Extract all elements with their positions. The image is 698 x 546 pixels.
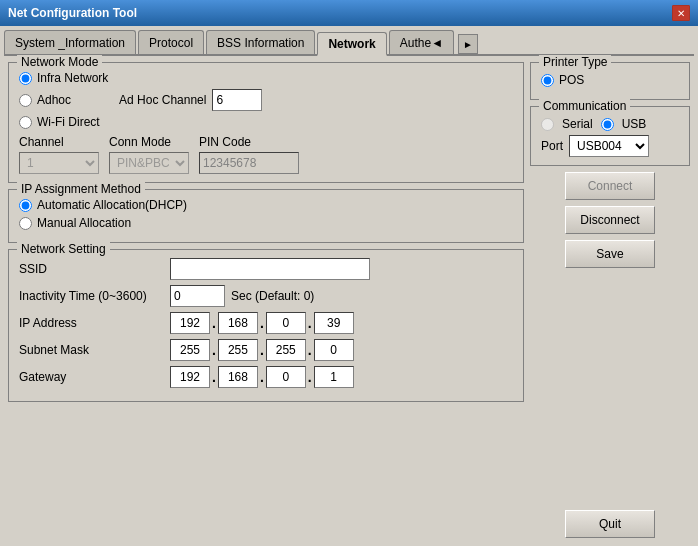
network-setting-title: Network Setting bbox=[17, 242, 110, 256]
serial-radio[interactable] bbox=[541, 118, 554, 131]
ip-octet-3[interactable] bbox=[266, 312, 306, 334]
wifi-direct-row: Wi-Fi Direct bbox=[19, 115, 513, 129]
title-bar-buttons: ✕ bbox=[672, 5, 690, 21]
auto-allocation-label: Automatic Allocation(DHCP) bbox=[37, 198, 187, 212]
ip-octet-4[interactable] bbox=[314, 312, 354, 334]
subnet-octet-3[interactable] bbox=[266, 339, 306, 361]
left-panel: Network Mode Infra Network Adhoc Ad Hoc … bbox=[8, 62, 524, 538]
subnet-mask-row: Subnet Mask . . . bbox=[19, 339, 513, 361]
adhoc-channel-input[interactable] bbox=[212, 89, 262, 111]
inactivity-label: Inactivity Time (0~3600) bbox=[19, 289, 164, 303]
gateway-row: Gateway . . . bbox=[19, 366, 513, 388]
adhoc-label: Adhoc bbox=[37, 93, 71, 107]
manual-allocation-row: Manual Allocation bbox=[19, 216, 513, 230]
ip-octet-2[interactable] bbox=[218, 312, 258, 334]
subnet-mask-fields: . . . bbox=[170, 339, 354, 361]
conn-mode-col: Conn Mode PIN&PBC bbox=[109, 135, 189, 174]
quit-btn-row: Quit bbox=[530, 510, 690, 538]
quit-button[interactable]: Quit bbox=[565, 510, 655, 538]
subnet-octet-4[interactable] bbox=[314, 339, 354, 361]
ip-dot-3: . bbox=[308, 315, 312, 331]
inactivity-input[interactable] bbox=[170, 285, 225, 307]
close-button[interactable]: ✕ bbox=[672, 5, 690, 21]
adhoc-channel-container: Ad Hoc Channel bbox=[119, 89, 262, 111]
gateway-octet-2[interactable] bbox=[218, 366, 258, 388]
port-select[interactable]: USB004 USB001 USB002 USB003 bbox=[569, 135, 649, 157]
pin-code-col: PIN Code bbox=[199, 135, 299, 174]
subnet-dot-1: . bbox=[212, 342, 216, 358]
disconnect-btn-row: Disconnect bbox=[530, 206, 690, 234]
pin-code-input[interactable] bbox=[199, 152, 299, 174]
connect-btn-row: Connect bbox=[530, 172, 690, 200]
infra-network-label: Infra Network bbox=[37, 71, 108, 85]
network-mode-group: Network Mode Infra Network Adhoc Ad Hoc … bbox=[8, 62, 524, 183]
ip-assignment-group: IP Assignment Method Automatic Allocatio… bbox=[8, 189, 524, 243]
right-panel: Printer Type POS Communication Serial US… bbox=[530, 62, 690, 538]
wifi-direct-radio[interactable] bbox=[19, 116, 32, 129]
ip-address-fields: . . . bbox=[170, 312, 354, 334]
port-label: Port bbox=[541, 139, 563, 153]
ip-octet-1[interactable] bbox=[170, 312, 210, 334]
ip-assignment-title: IP Assignment Method bbox=[17, 182, 145, 196]
main-window: System _Information Protocol BSS Informa… bbox=[0, 26, 698, 546]
manual-allocation-label: Manual Allocation bbox=[37, 216, 131, 230]
tab-bss-information[interactable]: BSS Information bbox=[206, 30, 315, 54]
channel-label: Channel bbox=[19, 135, 99, 149]
gateway-dot-1: . bbox=[212, 369, 216, 385]
tab-bar: System _Information Protocol BSS Informa… bbox=[4, 30, 694, 56]
disconnect-button[interactable]: Disconnect bbox=[565, 206, 655, 234]
ssid-label: SSID bbox=[19, 262, 164, 276]
gateway-dot-2: . bbox=[260, 369, 264, 385]
comm-radio-row: Serial USB bbox=[541, 117, 679, 131]
right-spacer bbox=[530, 274, 690, 504]
inactivity-suffix: Sec (Default: 0) bbox=[231, 289, 314, 303]
channel-select[interactable]: 1 bbox=[19, 152, 99, 174]
connect-button[interactable]: Connect bbox=[565, 172, 655, 200]
pos-radio[interactable] bbox=[541, 74, 554, 87]
serial-label: Serial bbox=[562, 117, 593, 131]
tab-authe[interactable]: Authe◄ bbox=[389, 30, 454, 54]
tab-nav-next-button[interactable]: ► bbox=[458, 34, 478, 54]
ssid-input[interactable] bbox=[170, 258, 370, 280]
manual-allocation-radio[interactable] bbox=[19, 217, 32, 230]
window-title: Net Configuration Tool bbox=[8, 6, 137, 20]
subnet-octet-1[interactable] bbox=[170, 339, 210, 361]
channel-col: Channel 1 bbox=[19, 135, 99, 174]
gateway-octet-1[interactable] bbox=[170, 366, 210, 388]
port-row: Port USB004 USB001 USB002 USB003 bbox=[541, 135, 679, 157]
ip-dot-1: . bbox=[212, 315, 216, 331]
usb-radio[interactable] bbox=[601, 118, 614, 131]
ip-dot-2: . bbox=[260, 315, 264, 331]
pos-label: POS bbox=[559, 73, 584, 87]
communication-title: Communication bbox=[539, 99, 630, 113]
infra-network-radio[interactable] bbox=[19, 72, 32, 85]
subnet-mask-label: Subnet Mask bbox=[19, 343, 164, 357]
auto-allocation-radio[interactable] bbox=[19, 199, 32, 212]
inactivity-row: Inactivity Time (0~3600) Sec (Default: 0… bbox=[19, 285, 513, 307]
infra-network-row: Infra Network bbox=[19, 71, 513, 85]
subnet-octet-2[interactable] bbox=[218, 339, 258, 361]
gateway-octet-4[interactable] bbox=[314, 366, 354, 388]
gateway-octet-3[interactable] bbox=[266, 366, 306, 388]
tab-protocol[interactable]: Protocol bbox=[138, 30, 204, 54]
conn-mode-select[interactable]: PIN&PBC bbox=[109, 152, 189, 174]
adhoc-channel-label: Ad Hoc Channel bbox=[119, 93, 206, 107]
save-button[interactable]: Save bbox=[565, 240, 655, 268]
printer-type-title: Printer Type bbox=[539, 55, 611, 69]
gateway-dot-3: . bbox=[308, 369, 312, 385]
usb-label: USB bbox=[622, 117, 647, 131]
adhoc-radio[interactable] bbox=[19, 94, 32, 107]
network-setting-group: Network Setting SSID Inactivity Time (0~… bbox=[8, 249, 524, 402]
subnet-dot-2: . bbox=[260, 342, 264, 358]
save-btn-row: Save bbox=[530, 240, 690, 268]
printer-type-group: Printer Type POS bbox=[530, 62, 690, 100]
gateway-fields: . . . bbox=[170, 366, 354, 388]
tab-network[interactable]: Network bbox=[317, 32, 386, 56]
title-bar: Net Configuration Tool ✕ bbox=[0, 0, 698, 26]
tab-system-information[interactable]: System _Information bbox=[4, 30, 136, 54]
adhoc-row: Adhoc bbox=[19, 93, 71, 107]
auto-allocation-row: Automatic Allocation(DHCP) bbox=[19, 198, 513, 212]
pin-code-label: PIN Code bbox=[199, 135, 299, 149]
content-area: Network Mode Infra Network Adhoc Ad Hoc … bbox=[4, 56, 694, 542]
gateway-label: Gateway bbox=[19, 370, 164, 384]
